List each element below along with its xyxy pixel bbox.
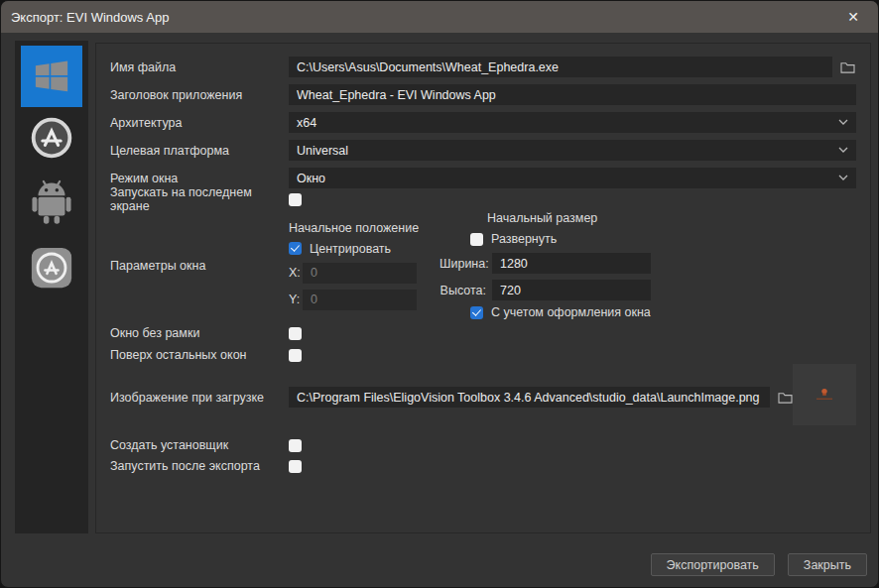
center-checkbox[interactable] xyxy=(289,242,302,255)
initial-size-header: Начальный размер xyxy=(487,211,856,226)
close-button[interactable]: Закрыть xyxy=(788,553,867,576)
chevron-down-icon xyxy=(838,119,848,125)
chevron-down-icon xyxy=(838,175,848,180)
window-params-block: Параметры окна Начальное положение Центр… xyxy=(110,211,856,319)
always-on-top-checkbox[interactable] xyxy=(289,349,302,362)
sidebar-item-ios-app-store[interactable] xyxy=(31,247,72,289)
y-row: Y: xyxy=(289,290,440,310)
height-input[interactable] xyxy=(492,280,651,300)
maximize-checkbox[interactable] xyxy=(470,233,483,246)
launch-last-screen-label: Запускать на последнем экране xyxy=(110,185,289,213)
center-label: Центрировать xyxy=(310,242,391,256)
borderless-label: Окно без рамки xyxy=(110,326,289,340)
run-after-export-checkbox[interactable] xyxy=(289,460,302,473)
file-name-row: Имя файла xyxy=(110,57,856,77)
create-installer-checkbox[interactable] xyxy=(289,439,302,452)
width-label: Ширина: xyxy=(440,257,486,271)
architecture-value: x64 xyxy=(297,116,316,130)
dialog-title: Экспорт: EVI Windows App xyxy=(11,10,838,25)
close-icon[interactable]: ✕ xyxy=(838,5,868,29)
y-input[interactable] xyxy=(303,290,417,310)
browse-launch-image-button[interactable] xyxy=(776,389,794,407)
architecture-label: Архитектура xyxy=(110,116,289,130)
always-on-top-label: Поверх остальных окон xyxy=(110,348,289,362)
sidebar-item-mac-app-store[interactable] xyxy=(30,116,73,160)
initial-position-group: Начальное положение Центрировать X: Y: xyxy=(289,221,440,310)
window-mode-value: Окно xyxy=(297,172,325,185)
target-platform-dropdown[interactable]: Universal xyxy=(289,140,856,161)
initial-size-group: Начальный размер Развернуть Ширина: Высо… xyxy=(440,211,856,319)
launch-image-input[interactable] xyxy=(289,387,770,408)
create-installer-label: Создать установщик xyxy=(110,438,289,452)
create-installer-row: Создать установщик xyxy=(110,438,856,452)
decorations-row: С учетом оформления окна xyxy=(470,305,856,319)
titlebar: Экспорт: EVI Windows App ✕ xyxy=(1,1,878,33)
browse-file-button[interactable] xyxy=(838,59,856,76)
app-store-square-icon xyxy=(31,247,72,289)
architecture-row: Архитектура x64 xyxy=(110,112,856,133)
run-after-export-label: Запустить после экспорта xyxy=(110,459,289,473)
width-row: Ширина: xyxy=(440,253,856,274)
app-title-label: Заголовок приложения xyxy=(110,88,289,102)
window-mode-dropdown[interactable]: Окно xyxy=(289,168,856,188)
file-name-input[interactable] xyxy=(289,57,832,77)
window-params-label: Параметры окна xyxy=(110,259,289,273)
borderless-checkbox[interactable] xyxy=(289,327,302,340)
sidebar-item-windows[interactable] xyxy=(21,46,82,107)
target-platform-row: Целевая платформа Universal xyxy=(110,140,856,161)
app-title-row: Заголовок приложения xyxy=(110,84,856,105)
always-on-top-row: Поверх остальных окон xyxy=(110,348,856,362)
windows-logo-icon xyxy=(30,55,73,98)
folder-icon xyxy=(840,60,855,73)
launch-last-screen-checkbox[interactable] xyxy=(289,193,302,206)
footer: Экспортировать Закрыть xyxy=(651,553,867,576)
width-input[interactable] xyxy=(492,253,651,274)
export-form-panel: Имя файла Заголовок приложения Архитекту… xyxy=(95,43,871,533)
platform-sidebar xyxy=(15,41,88,533)
app-store-circle-icon xyxy=(30,116,73,160)
x-label: X: xyxy=(289,266,303,280)
decorations-label: С учетом оформления окна xyxy=(491,305,651,319)
launch-last-screen-row: Запускать на последнем экране xyxy=(110,192,856,206)
file-name-label: Имя файла xyxy=(110,60,289,74)
target-platform-label: Целевая платформа xyxy=(110,144,289,158)
sidebar-item-android[interactable] xyxy=(28,177,75,227)
x-row: X: xyxy=(289,263,440,284)
launch-image-label: Изображение при загрузке xyxy=(110,391,289,405)
folder-icon xyxy=(778,391,793,404)
architecture-dropdown[interactable]: x64 xyxy=(289,112,856,133)
target-platform-value: Universal xyxy=(297,144,348,158)
decorations-checkbox[interactable] xyxy=(470,306,483,319)
chevron-down-icon xyxy=(838,147,848,153)
maximize-row: Развернуть xyxy=(470,232,856,246)
y-label: Y: xyxy=(289,293,303,306)
center-row: Центрировать xyxy=(289,242,440,256)
export-dialog: Экспорт: EVI Windows App ✕ xyxy=(0,0,879,588)
app-title-input[interactable] xyxy=(289,84,856,105)
borderless-row: Окно без рамки xyxy=(110,326,856,340)
height-row: Высота: xyxy=(440,280,856,300)
window-mode-label: Режим окна xyxy=(110,172,289,185)
height-label: Высота: xyxy=(440,284,486,297)
maximize-label: Развернуть xyxy=(491,232,557,246)
launch-image-row: Изображение при загрузке xyxy=(110,387,856,408)
launch-image-logo-icon xyxy=(814,388,835,402)
export-button[interactable]: Экспортировать xyxy=(651,553,775,576)
launch-image-preview xyxy=(793,364,856,425)
x-input[interactable] xyxy=(303,263,417,284)
android-robot-icon xyxy=(29,178,74,226)
initial-position-header: Начальное положение xyxy=(289,221,440,236)
run-after-export-row: Запустить после экспорта xyxy=(110,459,856,473)
